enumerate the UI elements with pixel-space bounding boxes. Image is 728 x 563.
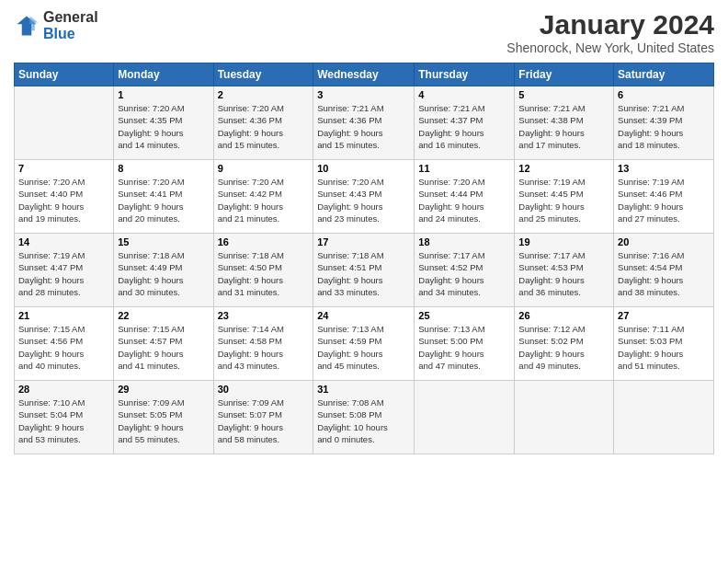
day-number: 23 [218, 310, 310, 321]
weekday-header-friday: Friday [515, 63, 614, 86]
day-cell: 13Sunrise: 7:19 AMSunset: 4:46 PMDayligh… [614, 160, 714, 234]
day-number: 25 [418, 310, 510, 321]
day-cell: 10Sunrise: 7:20 AMSunset: 4:43 PMDayligh… [313, 160, 415, 234]
day-cell: 27Sunrise: 7:11 AMSunset: 5:03 PMDayligh… [614, 307, 714, 381]
day-number: 26 [518, 310, 609, 321]
location: Shenorock, New York, United States [506, 40, 714, 55]
day-number: 14 [18, 236, 109, 247]
day-cell: 23Sunrise: 7:14 AMSunset: 4:58 PMDayligh… [213, 307, 313, 381]
week-row-5: 28Sunrise: 7:10 AMSunset: 5:04 PMDayligh… [15, 381, 714, 454]
day-cell: 5Sunrise: 7:21 AMSunset: 4:38 PMDaylight… [515, 86, 614, 160]
day-number: 7 [18, 163, 109, 174]
day-info: Sunrise: 7:21 AMSunset: 4:38 PMDaylight:… [518, 102, 609, 151]
day-info: Sunrise: 7:13 AMSunset: 4:59 PMDaylight:… [317, 323, 410, 372]
day-info: Sunrise: 7:19 AMSunset: 4:45 PMDaylight:… [518, 176, 609, 224]
day-info: Sunrise: 7:15 AMSunset: 4:57 PMDaylight:… [118, 323, 209, 372]
day-number: 29 [118, 384, 209, 395]
day-number: 4 [418, 89, 510, 100]
day-info: Sunrise: 7:21 AMSunset: 4:39 PMDaylight:… [618, 102, 710, 151]
day-info: Sunrise: 7:17 AMSunset: 4:52 PMDaylight:… [418, 249, 510, 298]
day-info: Sunrise: 7:19 AMSunset: 4:47 PMDaylight:… [18, 249, 109, 298]
day-number: 21 [18, 310, 109, 321]
weekday-header-saturday: Saturday [614, 63, 714, 86]
week-row-1: 1Sunrise: 7:20 AMSunset: 4:35 PMDaylight… [15, 86, 714, 160]
day-info: Sunrise: 7:18 AMSunset: 4:49 PMDaylight:… [118, 249, 209, 298]
day-number: 27 [618, 310, 710, 321]
day-info: Sunrise: 7:09 AMSunset: 5:07 PMDaylight:… [218, 396, 310, 445]
day-cell: 11Sunrise: 7:20 AMSunset: 4:44 PMDayligh… [415, 160, 515, 234]
day-cell: 30Sunrise: 7:09 AMSunset: 5:07 PMDayligh… [213, 381, 313, 454]
day-number: 20 [618, 236, 710, 247]
day-cell: 1Sunrise: 7:20 AMSunset: 4:35 PMDaylight… [114, 86, 213, 160]
day-number: 6 [618, 89, 710, 100]
day-info: Sunrise: 7:12 AMSunset: 5:02 PMDaylight:… [518, 323, 609, 372]
day-number: 8 [118, 163, 209, 174]
day-cell: 19Sunrise: 7:17 AMSunset: 4:53 PMDayligh… [515, 234, 614, 307]
day-number: 12 [518, 163, 609, 174]
logo-general: General [43, 9, 98, 25]
day-number: 17 [317, 236, 410, 247]
day-cell: 9Sunrise: 7:20 AMSunset: 4:42 PMDaylight… [213, 160, 313, 234]
day-info: Sunrise: 7:18 AMSunset: 4:51 PMDaylight:… [317, 249, 410, 298]
day-info: Sunrise: 7:21 AMSunset: 4:36 PMDaylight:… [317, 102, 410, 151]
weekday-header-wednesday: Wednesday [313, 63, 415, 86]
day-cell: 3Sunrise: 7:21 AMSunset: 4:36 PMDaylight… [313, 86, 415, 160]
weekday-header-row: SundayMondayTuesdayWednesdayThursdayFrid… [15, 63, 714, 86]
day-cell [614, 381, 714, 454]
day-info: Sunrise: 7:18 AMSunset: 4:50 PMDaylight:… [218, 249, 310, 298]
day-info: Sunrise: 7:21 AMSunset: 4:37 PMDaylight:… [418, 102, 510, 151]
day-cell: 12Sunrise: 7:19 AMSunset: 4:45 PMDayligh… [515, 160, 614, 234]
weekday-header-tuesday: Tuesday [213, 63, 313, 86]
day-cell: 18Sunrise: 7:17 AMSunset: 4:52 PMDayligh… [415, 234, 515, 307]
day-cell: 28Sunrise: 7:10 AMSunset: 5:04 PMDayligh… [15, 381, 114, 454]
logo-icon [14, 13, 40, 39]
day-info: Sunrise: 7:13 AMSunset: 5:00 PMDaylight:… [418, 323, 510, 372]
day-info: Sunrise: 7:20 AMSunset: 4:35 PMDaylight:… [118, 102, 209, 151]
day-number: 3 [317, 89, 410, 100]
day-cell: 15Sunrise: 7:18 AMSunset: 4:49 PMDayligh… [114, 234, 213, 307]
day-number: 1 [118, 89, 209, 100]
day-info: Sunrise: 7:08 AMSunset: 5:08 PMDaylight:… [317, 396, 410, 445]
week-row-3: 14Sunrise: 7:19 AMSunset: 4:47 PMDayligh… [15, 234, 714, 307]
day-cell: 22Sunrise: 7:15 AMSunset: 4:57 PMDayligh… [114, 307, 213, 381]
day-cell [515, 381, 614, 454]
weekday-header-monday: Monday [114, 63, 213, 86]
day-number: 28 [18, 384, 109, 395]
day-number: 5 [518, 89, 609, 100]
day-cell: 17Sunrise: 7:18 AMSunset: 4:51 PMDayligh… [313, 234, 415, 307]
day-number: 11 [418, 163, 510, 174]
day-info: Sunrise: 7:20 AMSunset: 4:43 PMDaylight:… [317, 176, 410, 224]
day-number: 2 [218, 89, 310, 100]
day-info: Sunrise: 7:15 AMSunset: 4:56 PMDaylight:… [18, 323, 109, 372]
day-cell: 25Sunrise: 7:13 AMSunset: 5:00 PMDayligh… [415, 307, 515, 381]
day-number: 10 [317, 163, 410, 174]
day-cell [415, 381, 515, 454]
logo-blue: Blue [43, 26, 75, 41]
day-info: Sunrise: 7:09 AMSunset: 5:05 PMDaylight:… [118, 396, 209, 445]
header: General Blue January 2024 Shenorock, New… [14, 9, 714, 55]
day-cell: 29Sunrise: 7:09 AMSunset: 5:05 PMDayligh… [114, 381, 213, 454]
day-info: Sunrise: 7:20 AMSunset: 4:41 PMDaylight:… [118, 176, 209, 224]
title-block: January 2024 Shenorock, New York, United… [506, 9, 714, 55]
day-info: Sunrise: 7:10 AMSunset: 5:04 PMDaylight:… [18, 396, 109, 445]
logo: General Blue [14, 9, 98, 42]
day-info: Sunrise: 7:20 AMSunset: 4:44 PMDaylight:… [418, 176, 510, 224]
day-cell: 20Sunrise: 7:16 AMSunset: 4:54 PMDayligh… [614, 234, 714, 307]
day-number: 13 [618, 163, 710, 174]
calendar-table: SundayMondayTuesdayWednesdayThursdayFrid… [14, 63, 714, 454]
day-number: 31 [317, 384, 410, 395]
day-number: 15 [118, 236, 209, 247]
day-info: Sunrise: 7:20 AMSunset: 4:40 PMDaylight:… [18, 176, 109, 224]
day-number: 19 [518, 236, 609, 247]
day-number: 24 [317, 310, 410, 321]
day-cell: 16Sunrise: 7:18 AMSunset: 4:50 PMDayligh… [213, 234, 313, 307]
day-cell: 4Sunrise: 7:21 AMSunset: 4:37 PMDaylight… [415, 86, 515, 160]
day-cell: 7Sunrise: 7:20 AMSunset: 4:40 PMDaylight… [15, 160, 114, 234]
weekday-header-sunday: Sunday [15, 63, 114, 86]
day-cell: 2Sunrise: 7:20 AMSunset: 4:36 PMDaylight… [213, 86, 313, 160]
day-number: 22 [118, 310, 209, 321]
day-cell: 14Sunrise: 7:19 AMSunset: 4:47 PMDayligh… [15, 234, 114, 307]
day-cell: 6Sunrise: 7:21 AMSunset: 4:39 PMDaylight… [614, 86, 714, 160]
day-info: Sunrise: 7:17 AMSunset: 4:53 PMDaylight:… [518, 249, 609, 298]
week-row-2: 7Sunrise: 7:20 AMSunset: 4:40 PMDaylight… [15, 160, 714, 234]
